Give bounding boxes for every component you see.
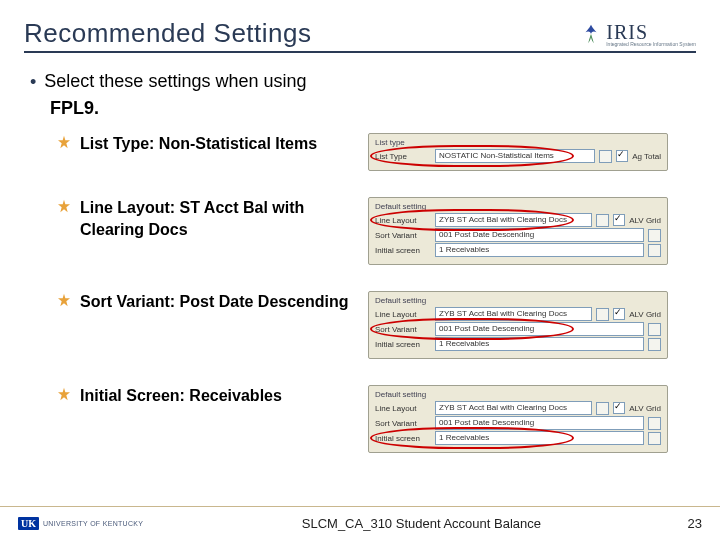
- dropdown-icon: [648, 338, 661, 351]
- checkbox-icon: [613, 402, 625, 414]
- row-field: 001 Post Date Descending: [435, 322, 644, 336]
- setting-item: Initial Screen: ReceivablesDefault setti…: [56, 385, 690, 453]
- svg-marker-1: [58, 200, 70, 213]
- svg-marker-3: [58, 388, 70, 401]
- dropdown-icon: [648, 244, 661, 257]
- row-label: Initial screen: [375, 246, 431, 255]
- dropdown-icon: [596, 214, 609, 227]
- screenshot-snippet: Default settingLine LayoutZYB ST Acct Ba…: [368, 197, 668, 265]
- row-label: Sort Variant: [375, 419, 431, 428]
- checkbox-icon: [616, 150, 628, 162]
- uk-text: UNIVERSITY OF KENTUCKY: [43, 520, 143, 527]
- row-label: Sort Variant: [375, 325, 431, 334]
- panel-row: Line LayoutZYB ST Acct Bal with Clearing…: [375, 307, 661, 321]
- tcode: FPL9.: [50, 98, 690, 119]
- panel-row: Initial screen1 Receivables: [375, 243, 661, 257]
- panel-row: Line LayoutZYB ST Acct Bal with Clearing…: [375, 401, 661, 415]
- row-field: ZYB ST Acct Bal with Clearing Docs: [435, 307, 592, 321]
- dropdown-icon: [648, 417, 661, 430]
- page-title: Recommended Settings: [24, 18, 580, 49]
- screenshot-snippet: List typeList TypeNOSTATIC Non-Statistic…: [368, 133, 668, 171]
- row-label: Line Layout: [375, 216, 431, 225]
- bullet-icon: •: [30, 73, 36, 91]
- row-label: Line Layout: [375, 310, 431, 319]
- panel-row: Sort Variant001 Post Date Descending: [375, 416, 661, 430]
- slide: Recommended Settings IRIS Integrated Res…: [0, 0, 720, 540]
- row-field: ZYB ST Acct Bal with Clearing Docs: [435, 401, 592, 415]
- row-label: Initial screen: [375, 340, 431, 349]
- panel-row: Sort Variant001 Post Date Descending: [375, 228, 661, 242]
- panel-row: Initial screen1 Receivables: [375, 337, 661, 351]
- star-icon: [56, 199, 72, 215]
- setting-label: Initial Screen: Receivables: [80, 385, 360, 407]
- panel-title: Default setting: [375, 202, 661, 211]
- panel-row: List TypeNOSTATIC Non-Statistical ItemsA…: [375, 149, 661, 163]
- page-number: 23: [688, 516, 702, 531]
- row-tail: Ag Total: [632, 152, 661, 161]
- sap-panel: Default settingLine LayoutZYB ST Acct Ba…: [368, 291, 668, 359]
- row-tail: ALV Grid: [629, 404, 661, 413]
- sap-panel: List typeList TypeNOSTATIC Non-Statistic…: [368, 133, 668, 171]
- row-field: 1 Receivables: [435, 337, 644, 351]
- row-label: Initial screen: [375, 434, 431, 443]
- intro-bullet: • Select these settings when using: [30, 71, 690, 92]
- setting-item: List Type: Non-Statistical ItemsList typ…: [56, 133, 690, 171]
- checkbox-icon: [613, 214, 625, 226]
- row-label: Sort Variant: [375, 231, 431, 240]
- dropdown-icon: [599, 150, 612, 163]
- setting-label: Sort Variant: Post Date Descending: [80, 291, 360, 313]
- setting-item: Sort Variant: Post Date DescendingDefaul…: [56, 291, 690, 359]
- svg-marker-0: [58, 136, 70, 149]
- header: Recommended Settings IRIS Integrated Res…: [24, 18, 696, 53]
- star-icon: [56, 387, 72, 403]
- logo-subtext: Integrated Resource Information System: [606, 42, 696, 47]
- intro-text: Select these settings when using: [44, 71, 306, 92]
- footer: UK UNIVERSITY OF KENTUCKY SLCM_CA_310 St…: [0, 506, 720, 540]
- iris-logo: IRIS Integrated Resource Information Sys…: [580, 21, 696, 49]
- row-field: 001 Post Date Descending: [435, 228, 644, 242]
- dropdown-icon: [596, 402, 609, 415]
- content: • Select these settings when using FPL9.…: [24, 61, 696, 453]
- panel-row: Sort Variant001 Post Date Descending: [375, 322, 661, 336]
- svg-marker-2: [58, 294, 70, 307]
- setting-item: Line Layout: ST Acct Bal with Clearing D…: [56, 197, 690, 265]
- screenshot-snippet: Default settingLine LayoutZYB ST Acct Ba…: [368, 385, 668, 453]
- checkbox-icon: [613, 308, 625, 320]
- panel-title: Default setting: [375, 296, 661, 305]
- uk-box: UK: [18, 517, 39, 530]
- row-field: NOSTATIC Non-Statistical Items: [435, 149, 595, 163]
- panel-row: Initial screen1 Receivables: [375, 431, 661, 445]
- dropdown-icon: [648, 323, 661, 336]
- row-field: 001 Post Date Descending: [435, 416, 644, 430]
- panel-title: Default setting: [375, 390, 661, 399]
- row-field: ZYB ST Acct Bal with Clearing Docs: [435, 213, 592, 227]
- panel-row: Line LayoutZYB ST Acct Bal with Clearing…: [375, 213, 661, 227]
- row-field: 1 Receivables: [435, 243, 644, 257]
- row-label: List Type: [375, 152, 431, 161]
- iris-icon: [580, 23, 602, 45]
- sap-panel: Default settingLine LayoutZYB ST Acct Ba…: [368, 197, 668, 265]
- logo-text-wrap: IRIS Integrated Resource Information Sys…: [606, 21, 696, 47]
- uk-logo: UK UNIVERSITY OF KENTUCKY: [18, 517, 143, 530]
- sap-panel: Default settingLine LayoutZYB ST Acct Ba…: [368, 385, 668, 453]
- row-tail: ALV Grid: [629, 216, 661, 225]
- dropdown-icon: [648, 229, 661, 242]
- row-field: 1 Receivables: [435, 431, 644, 445]
- dropdown-icon: [596, 308, 609, 321]
- star-icon: [56, 293, 72, 309]
- screenshot-snippet: Default settingLine LayoutZYB ST Acct Ba…: [368, 291, 668, 359]
- setting-label: List Type: Non-Statistical Items: [80, 133, 360, 155]
- panel-title: List type: [375, 138, 661, 147]
- star-icon: [56, 135, 72, 151]
- footer-title: SLCM_CA_310 Student Account Balance: [155, 516, 687, 531]
- row-label: Line Layout: [375, 404, 431, 413]
- setting-label: Line Layout: ST Acct Bal with Clearing D…: [80, 197, 360, 240]
- dropdown-icon: [648, 432, 661, 445]
- row-tail: ALV Grid: [629, 310, 661, 319]
